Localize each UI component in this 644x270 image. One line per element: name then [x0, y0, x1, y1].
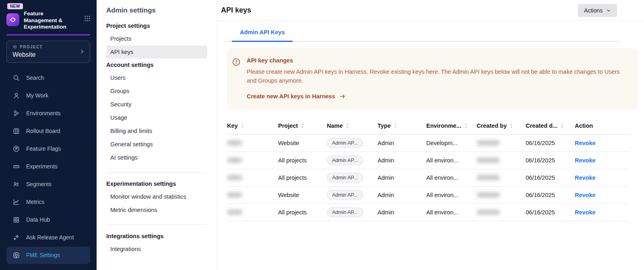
cell-created-date: 06/16/2025	[526, 157, 575, 164]
people-icon	[12, 180, 20, 188]
revoke-link[interactable]: Revoke	[575, 209, 596, 216]
callout-heading: API key changes	[247, 57, 628, 64]
search-icon	[12, 74, 20, 82]
arrow-right-icon	[339, 93, 346, 100]
column-header-key: Key	[227, 123, 238, 129]
sidebar-item-environments[interactable]: Environments	[6, 105, 90, 122]
sidebar-item-fme-settings[interactable]: FME Settings	[6, 247, 90, 264]
api-key-name-pill: Admin AP...	[327, 156, 363, 165]
cell-type: Admin	[378, 157, 426, 164]
sidebar-section-divider	[106, 224, 207, 225]
revoke-link[interactable]: Revoke	[575, 174, 596, 181]
section-heading-project-settings: Project settings	[106, 23, 207, 29]
sort-icon[interactable]	[300, 123, 305, 129]
sidebar-item-api-keys[interactable]: API keys	[106, 46, 207, 58]
primary-nav: Search My Work Environments Rollout Boar…	[6, 69, 90, 264]
sort-icon[interactable]	[560, 123, 564, 129]
redacted-created-by	[477, 192, 500, 197]
sidebar-item-label: Environments	[26, 110, 61, 116]
cell-environments: All environ...	[426, 209, 477, 216]
sort-icon[interactable]	[240, 123, 245, 129]
sidebar-item-general-settings[interactable]: General settings	[106, 138, 207, 151]
sidebar-item-label: Data Hub	[26, 216, 50, 223]
warning-circle-icon	[232, 58, 241, 66]
new-badge: NEW	[7, 3, 23, 9]
sort-icon[interactable]	[345, 123, 350, 129]
sidebar-item-ask-release-agent[interactable]: Ask Release Agent	[6, 229, 90, 246]
cell-environments: All environ...	[426, 174, 477, 181]
main-content: API keys Actions Admin API Keys API key …	[217, 0, 644, 270]
sidebar-item-my-work[interactable]: My Work	[6, 87, 90, 104]
table-row: Website Admin AP... Admin All environ...…	[227, 187, 630, 204]
cell-project: Website	[278, 140, 327, 146]
page-title: API keys	[221, 6, 251, 15]
callout-body: Please create new Admin API keys in Harn…	[247, 67, 628, 85]
table-row: All projects Admin AP... Admin All envir…	[227, 204, 630, 221]
sparkle-icon	[12, 233, 20, 241]
sidebar-item-label: Segments	[26, 181, 52, 187]
api-key-changes-callout: API key changes Please create new Admin …	[227, 48, 638, 110]
redacted-key-value	[227, 210, 242, 215]
sidebar-section-divider	[106, 172, 207, 172]
cell-environments: All environ...	[426, 157, 477, 164]
sidebar-item-ai-settings[interactable]: AI settings	[106, 151, 207, 164]
sidebar-item-integrations[interactable]: Integrations	[106, 243, 207, 255]
sort-icon[interactable]	[509, 123, 514, 129]
redacted-created-by	[477, 175, 500, 180]
create-api-keys-link[interactable]: Create new API keys in Harness	[247, 93, 346, 100]
cell-created-date: 06/16/2025	[526, 192, 575, 198]
column-header-action: Action	[575, 123, 593, 129]
tab-content: API key changes Please create new Admin …	[217, 42, 644, 221]
redacted-created-by	[477, 158, 500, 163]
cell-project: All projects	[278, 174, 327, 181]
page-header: API keys Actions	[217, 0, 644, 21]
api-keys-table: Key Project Name Type Environme... Creat…	[227, 120, 630, 221]
sidebar-item-segments[interactable]: Segments	[6, 176, 90, 193]
brand-accent-divider	[6, 34, 90, 35]
tab-admin-api-keys[interactable]: Admin API Keys	[232, 29, 293, 42]
column-header-type: Type	[378, 123, 391, 129]
sidebar-item-label: Search	[26, 75, 44, 81]
sidebar-item-experiments[interactable]: Experiments	[6, 158, 90, 175]
sidebar-item-projects[interactable]: Projects	[106, 32, 207, 45]
sidebar-item-data-hub[interactable]: Data Hub	[6, 211, 90, 228]
admin-settings-title: Admin settings	[106, 6, 207, 15]
cell-type: Admin	[378, 209, 426, 216]
revoke-link[interactable]: Revoke	[575, 157, 596, 164]
cell-project: All projects	[278, 157, 327, 164]
grid-dots-icon[interactable]	[84, 15, 91, 22]
sidebar-item-label: Ask Release Agent	[26, 234, 74, 241]
sidebar-item-security[interactable]: Security	[106, 98, 207, 111]
sidebar-item-usage[interactable]: Usage	[106, 111, 207, 124]
sidebar-item-label: Rollout Board	[26, 128, 60, 134]
api-key-name-pill: Admin AP...	[327, 208, 363, 217]
api-key-name-pill: Admin AP...	[327, 138, 363, 148]
redacted-key-value	[227, 175, 242, 180]
redacted-created-by	[477, 210, 500, 215]
sidebar-item-feature-flags[interactable]: Feature Flags	[6, 140, 90, 158]
sidebar-item-metric-dimensions[interactable]: Metric dimensions	[106, 204, 207, 216]
sidebar-item-metrics[interactable]: Metrics	[6, 193, 90, 211]
sidebar-item-users[interactable]: Users	[106, 71, 207, 84]
actions-button[interactable]: Actions	[578, 4, 617, 17]
cell-created-date: 06/16/2025	[526, 174, 575, 181]
admin-settings-sidebar: Admin settings Project settings Projects…	[97, 0, 217, 270]
cell-environments: Developm...	[426, 140, 477, 146]
sidebar-item-billing-and-limits[interactable]: Billing and limits	[106, 125, 207, 137]
table-row: All projects Admin AP... Admin All envir…	[227, 169, 630, 187]
section-heading-experimentation-settings: Experimentation settings	[106, 181, 207, 187]
table-row: All projects Admin AP... Admin All envir…	[227, 152, 630, 169]
sidebar-item-monitor-window[interactable]: Monitor window and statistics	[106, 190, 207, 203]
sidebar-item-label: My Work	[26, 92, 48, 99]
revoke-link[interactable]: Revoke	[575, 140, 596, 146]
revoke-link[interactable]: Revoke	[575, 192, 596, 198]
sort-icon[interactable]	[464, 123, 468, 129]
sidebar-item-label: FME Settings	[26, 252, 60, 258]
ruler-icon	[12, 162, 20, 170]
sidebar-item-search[interactable]: Search	[6, 69, 90, 87]
project-selector[interactable]: PROJECT Website	[6, 41, 90, 63]
sidebar-item-rollout-board[interactable]: Rollout Board	[6, 123, 90, 140]
sidebar-item-groups[interactable]: Groups	[106, 85, 207, 98]
brand-header: NEW Feature Management & Experimentation	[0, 0, 97, 31]
sort-icon[interactable]	[393, 123, 398, 129]
